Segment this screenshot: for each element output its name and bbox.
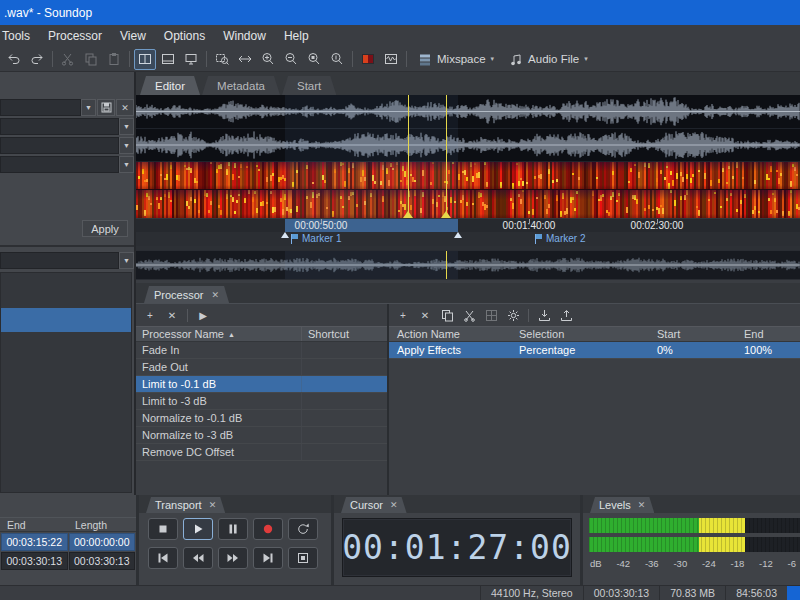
chevron-down-icon[interactable]: ▼	[119, 252, 134, 269]
table-row-selected[interactable]: Apply Effects Percentage 0% 100%	[389, 342, 800, 359]
playhead-line[interactable]	[446, 95, 447, 218]
spectral-view-icon[interactable]	[357, 49, 379, 70]
table-row[interactable]: Fade In	[136, 342, 387, 359]
resize-grip[interactable]	[787, 586, 800, 600]
time-value[interactable]: 00:03:15:22	[1, 533, 68, 551]
pan-horizontal-icon[interactable]	[234, 49, 256, 70]
category-combobox[interactable]	[0, 252, 119, 269]
time-value[interactable]: 00:00:00:00	[69, 533, 136, 551]
selection-edge-handle[interactable]	[403, 211, 413, 218]
column-start[interactable]: Start	[657, 328, 744, 340]
tab-start[interactable]: Start	[282, 76, 336, 95]
param-combobox[interactable]	[0, 156, 119, 173]
rewind-button[interactable]	[183, 547, 213, 569]
menu-tools[interactable]: Tools	[0, 25, 39, 47]
close-icon[interactable]: ✕	[209, 500, 217, 510]
audio-file-dropdown[interactable]: Audio File ▾	[502, 49, 595, 70]
column-action-name[interactable]: Action Name	[389, 328, 519, 340]
table-row[interactable]: Normalize to -0.1 dB	[136, 410, 387, 427]
tab-processor[interactable]: Processor ✕	[144, 286, 229, 303]
add-processor-button[interactable]: +	[140, 307, 160, 324]
fast-forward-button[interactable]	[218, 547, 248, 569]
menu-options[interactable]: Options	[155, 25, 214, 47]
preset-combobox[interactable]	[0, 99, 81, 116]
channel-view-icon[interactable]	[380, 49, 402, 70]
layout-panes-icon[interactable]	[134, 49, 156, 70]
selection-info-row[interactable]: 00:03:15:22 00:00:00:00	[0, 532, 136, 551]
table-row[interactable]: Normalize to -3 dB	[136, 427, 387, 444]
record-button[interactable]	[253, 518, 283, 540]
delete-preset-button[interactable]: ✕	[116, 99, 134, 116]
zoom-vertical-icon[interactable]	[326, 49, 348, 70]
time-value[interactable]: 00:03:30:13	[69, 552, 136, 570]
tab-metadata[interactable]: Metadata	[202, 76, 280, 95]
marker-flag-icon[interactable]	[291, 234, 299, 244]
param-combobox[interactable]	[0, 118, 119, 135]
marker-label[interactable]: Marker 1	[302, 233, 341, 244]
monitor-icon[interactable]	[180, 49, 202, 70]
selection-end-handle[interactable]	[454, 232, 462, 238]
play-button[interactable]	[183, 518, 213, 540]
duplicate-action-button[interactable]	[437, 307, 457, 324]
menu-processor[interactable]: Processor	[39, 25, 111, 47]
column-processor-name[interactable]: Processor Name ▲	[136, 328, 301, 340]
tab-levels[interactable]: Levels ✕	[590, 497, 654, 513]
waveform-display[interactable]	[136, 95, 800, 218]
menu-view[interactable]: View	[111, 25, 155, 47]
apply-button[interactable]: Apply	[82, 220, 128, 237]
marker-row[interactable]: Marker 1 Marker 2	[136, 232, 800, 246]
close-icon[interactable]: ✕	[638, 500, 646, 510]
loop-button[interactable]	[288, 518, 318, 540]
playhead-handle[interactable]	[441, 211, 451, 218]
go-to-end-button[interactable]	[253, 547, 283, 569]
undo-icon[interactable]	[3, 49, 25, 70]
export-button[interactable]	[556, 307, 576, 324]
delete-action-button[interactable]: ✕	[415, 307, 435, 324]
tab-editor[interactable]: Editor	[140, 76, 200, 95]
menu-help[interactable]: Help	[275, 25, 318, 47]
redo-icon[interactable]	[26, 49, 48, 70]
table-row[interactable]: Remove DC Offset	[136, 444, 387, 461]
selection-edge-line[interactable]	[408, 95, 409, 218]
chevron-down-icon[interactable]: ▼	[119, 156, 134, 173]
cut-action-button[interactable]	[459, 307, 479, 324]
stop-button[interactable]	[148, 518, 178, 540]
marker-label[interactable]: Marker 2	[546, 233, 585, 244]
table-row[interactable]: Limit to -3 dB	[136, 393, 387, 410]
param-combobox[interactable]	[0, 137, 119, 154]
column-shortcut[interactable]: Shortcut	[301, 327, 387, 341]
delete-processor-button[interactable]: ✕	[162, 307, 182, 324]
save-preset-button[interactable]	[97, 99, 115, 116]
table-row-selected[interactable]: Limit to -0.1 dB	[136, 376, 387, 393]
chevron-down-icon[interactable]: ▼	[119, 137, 134, 154]
cut-icon[interactable]	[57, 49, 79, 70]
run-processor-button[interactable]: ▶	[193, 307, 213, 324]
pause-button[interactable]	[218, 518, 248, 540]
mixspace-dropdown[interactable]: Mixspace ▾	[411, 49, 501, 70]
stop-all-button[interactable]	[288, 547, 318, 569]
marker-flag-icon[interactable]	[535, 234, 543, 244]
selection-info-row[interactable]: 00:03:30:13 00:03:30:13	[0, 551, 136, 570]
chevron-down-icon[interactable]: ▼	[81, 99, 96, 116]
layout-single-icon[interactable]	[157, 49, 179, 70]
zoom-selection-icon[interactable]	[211, 49, 233, 70]
overview-strip[interactable]	[136, 250, 800, 280]
column-end[interactable]: End	[744, 328, 800, 340]
zoom-fit-icon[interactable]	[303, 49, 325, 70]
column-selection[interactable]: Selection	[519, 328, 657, 340]
paste-icon[interactable]	[103, 49, 125, 70]
time-value[interactable]: 00:03:30:13	[1, 552, 68, 570]
selection-start-handle[interactable]	[281, 232, 289, 238]
preset-list[interactable]	[0, 272, 132, 493]
add-action-button[interactable]: +	[393, 307, 413, 324]
close-icon[interactable]: ✕	[212, 290, 220, 300]
tab-transport[interactable]: Transport ✕	[146, 497, 225, 513]
chevron-down-icon[interactable]: ▼	[119, 118, 134, 135]
settings-gear-button[interactable]	[503, 307, 523, 324]
tab-cursor[interactable]: Cursor ✕	[341, 497, 407, 513]
zoom-in-icon[interactable]	[257, 49, 279, 70]
timeline-ruler[interactable]: 00:00:50:00 00:01:40:00 00:02:30:00	[136, 218, 800, 232]
grid-button[interactable]	[481, 307, 501, 324]
copy-icon[interactable]	[80, 49, 102, 70]
preset-list-selected-item[interactable]	[1, 308, 131, 332]
